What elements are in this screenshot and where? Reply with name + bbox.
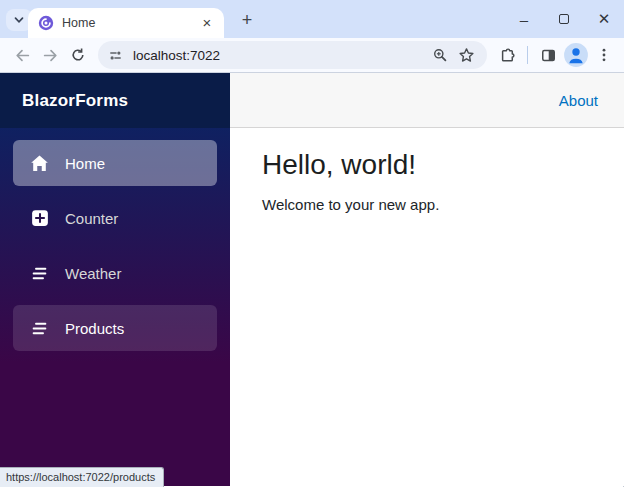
about-link[interactable]: About xyxy=(559,92,598,109)
tab-close-button[interactable]: × xyxy=(198,14,216,32)
main-area: About Hello, world! Welcome to your new … xyxy=(230,73,624,486)
blazor-favicon-icon xyxy=(38,15,54,31)
browser-window: Home × + – ✕ xyxy=(0,0,624,487)
toolbar-separator xyxy=(527,46,528,64)
sidebar-item-label: Counter xyxy=(65,210,118,227)
site-info-tune-icon xyxy=(108,48,123,63)
sidebar-item-products[interactable]: Products xyxy=(13,305,217,351)
browser-toolbar: localhost:7022 xyxy=(0,38,624,73)
reload-icon xyxy=(70,47,86,63)
side-panel-button[interactable] xyxy=(534,41,562,69)
forward-button[interactable] xyxy=(36,41,64,69)
three-dot-menu-icon xyxy=(596,47,612,63)
star-icon xyxy=(458,47,475,64)
maximize-button[interactable] xyxy=(544,0,584,38)
main-content: Hello, world! Welcome to your new app. xyxy=(230,128,624,213)
page-body: BlazorForms Home xyxy=(0,73,624,486)
profile-avatar-button[interactable] xyxy=(562,41,590,69)
address-bar[interactable]: localhost:7022 xyxy=(98,41,487,69)
welcome-text: Welcome to your new app. xyxy=(262,196,608,213)
reload-button[interactable] xyxy=(64,41,92,69)
sidebar: BlazorForms Home xyxy=(0,73,230,486)
app-brand[interactable]: BlazorForms xyxy=(22,91,128,111)
sidebar-item-weather[interactable]: Weather xyxy=(13,250,217,296)
house-icon xyxy=(30,154,49,173)
page-title: Hello, world! xyxy=(262,149,608,181)
extensions-button[interactable] xyxy=(493,41,521,69)
url-text[interactable]: localhost:7022 xyxy=(133,48,427,63)
close-button[interactable]: ✕ xyxy=(584,0,624,38)
sidebar-item-home[interactable]: Home xyxy=(13,140,217,186)
list-icon xyxy=(30,264,49,283)
window-controls: – ✕ xyxy=(504,0,624,38)
zoom-magnifier-icon xyxy=(432,47,448,63)
back-arrow-icon xyxy=(14,47,31,64)
minimize-button[interactable]: – xyxy=(504,0,544,38)
list-icon xyxy=(30,319,49,338)
browser-menu-button[interactable] xyxy=(590,41,618,69)
new-tab-button[interactable]: + xyxy=(234,9,260,31)
side-panel-icon xyxy=(540,47,557,64)
top-row: About xyxy=(230,73,624,128)
brand-row: BlazorForms xyxy=(0,73,230,128)
sidebar-item-label: Products xyxy=(65,320,124,337)
status-link-preview: https://localhost:7022/products xyxy=(0,467,164,487)
puzzle-piece-icon xyxy=(499,47,516,64)
tab-home[interactable]: Home × xyxy=(28,8,224,38)
back-button[interactable] xyxy=(8,41,36,69)
bookmark-star-button[interactable] xyxy=(453,42,479,68)
plus-square-icon xyxy=(30,209,49,228)
chevron-down-icon xyxy=(13,14,25,26)
nav-menu: Home Counter xyxy=(0,128,230,360)
tab-title: Home xyxy=(62,16,198,30)
profile-avatar-icon xyxy=(563,42,589,68)
sidebar-item-counter[interactable]: Counter xyxy=(13,195,217,241)
zoom-level-button[interactable] xyxy=(427,42,453,68)
sidebar-item-label: Home xyxy=(65,155,105,172)
tab-strip: Home × + – ✕ xyxy=(0,0,624,38)
forward-arrow-icon xyxy=(42,47,59,64)
maximize-icon xyxy=(559,14,569,24)
sidebar-item-label: Weather xyxy=(65,265,121,282)
